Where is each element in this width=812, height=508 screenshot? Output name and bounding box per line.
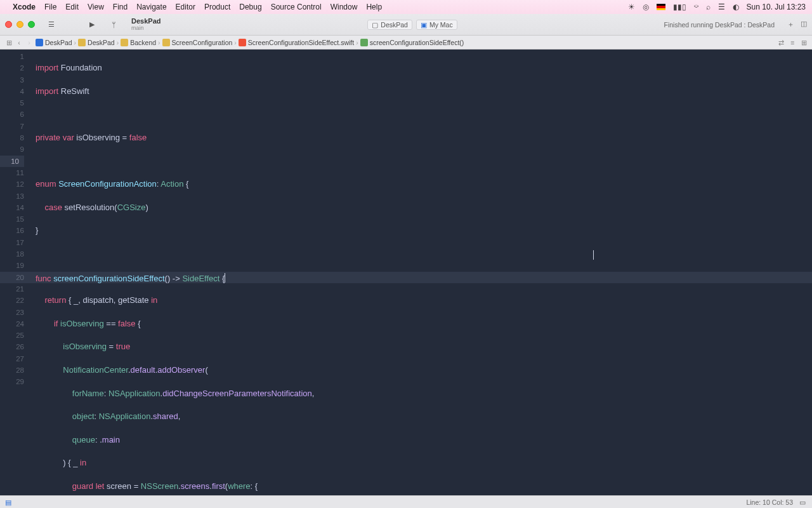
menubar-app-name[interactable]: Xcode	[13, 3, 36, 11]
scheme-selector[interactable]: DeskPad main	[131, 18, 160, 31]
related-items-icon[interactable]: ⊞	[4, 39, 14, 46]
review-icon[interactable]: ⇄	[776, 39, 785, 46]
crumb-file[interactable]: ScreenConfigurationSideEffect.swift	[237, 39, 355, 46]
nav-back-button[interactable]: ‹	[14, 39, 24, 46]
menu-file[interactable]: File	[44, 3, 56, 11]
xcode-toolbar: ☰ ▶ ᛘ DeskPad main ▢DeskPad ▣My Mac Fini…	[0, 14, 812, 36]
code-content[interactable]: import Foundation import ReSwift private…	[29, 50, 812, 495]
toggle-inspector-button[interactable]: ◫	[801, 20, 807, 29]
crumb-group-1[interactable]: DeskPad	[77, 39, 116, 46]
minimize-window-button[interactable]	[16, 21, 23, 28]
menu-view[interactable]: View	[88, 3, 104, 11]
toggle-navigator-button[interactable]: ☰	[44, 18, 59, 31]
wifi-icon[interactable]: ⌔	[694, 3, 698, 11]
zoom-window-button[interactable]	[28, 21, 35, 28]
scheme-branch: main	[131, 25, 160, 31]
menu-navigate[interactable]: Navigate	[136, 3, 166, 11]
nav-forward-button[interactable]: ›	[24, 39, 34, 46]
build-status: Finished running DeskPad : DeskPad	[664, 21, 775, 29]
menu-edit[interactable]: Edit	[65, 3, 79, 11]
brightness-icon[interactable]: ☀	[628, 3, 635, 11]
scheme-name: DeskPad	[131, 18, 160, 25]
jump-bar: ⊞ ‹ › DeskPad› DeskPad› Backend› ScreenC…	[0, 36, 812, 50]
macos-menubar: Xcode File Edit View Find Navigate Edito…	[0, 0, 812, 14]
input-source-german-icon[interactable]	[657, 4, 665, 10]
toolbar-right-group: ＋ ◫	[787, 20, 807, 29]
add-split-icon[interactable]: ⊞	[799, 39, 808, 46]
battery-icon[interactable]: ▮▮▯	[673, 3, 686, 11]
crumb-symbol[interactable]: screenConfigurationSideEffect()	[359, 39, 466, 46]
add-editor-button[interactable]: ＋	[787, 20, 794, 29]
menu-product[interactable]: Product	[204, 3, 230, 11]
git-branch-icon[interactable]: ᛘ	[106, 18, 121, 31]
editor-status-bar: ▤ Line: 10 Col: 53 ▭	[0, 495, 812, 508]
run-button[interactable]: ▶	[84, 18, 100, 31]
menu-window[interactable]: Window	[331, 3, 358, 11]
minimap-toggle-icon[interactable]: ▭	[798, 498, 807, 506]
siri-icon[interactable]: ◐	[733, 3, 739, 11]
menu-help[interactable]: Help	[366, 3, 382, 11]
menu-find[interactable]: Find	[113, 3, 128, 11]
window-traffic-lights	[5, 21, 35, 28]
crumb-project[interactable]: DeskPad	[34, 39, 74, 46]
menubar-clock[interactable]: Sun 10. Jul 13:23	[747, 3, 806, 11]
activity-viewer: ▢DeskPad ▣My Mac	[160, 20, 664, 30]
editor-options-icon[interactable]: ≡	[788, 39, 797, 46]
debug-filter-icon[interactable]: ▤	[5, 498, 11, 506]
menu-editor[interactable]: Editor	[176, 3, 195, 11]
menu-source-control[interactable]: Source Control	[271, 3, 322, 11]
crumb-group-3[interactable]: ScreenConfiguration	[161, 39, 234, 46]
close-window-button[interactable]	[5, 21, 12, 28]
target-app-pill[interactable]: ▢DeskPad	[367, 20, 412, 30]
control-center-icon[interactable]: ☰	[718, 3, 725, 11]
code-editor[interactable]: 1 2 3 4 5 6 7 8 9 10 11 12 13 14 15 16 1…	[0, 50, 812, 495]
text-cursor-caret	[593, 250, 594, 260]
menu-debug[interactable]: Debug	[239, 3, 261, 11]
cursor-position: Line: 10 Col: 53	[746, 498, 793, 506]
target-icon[interactable]: ◎	[643, 3, 649, 11]
crumb-group-2[interactable]: Backend	[119, 39, 157, 46]
target-device-pill[interactable]: ▣My Mac	[416, 20, 457, 30]
spotlight-icon[interactable]: ⌕	[706, 3, 710, 11]
